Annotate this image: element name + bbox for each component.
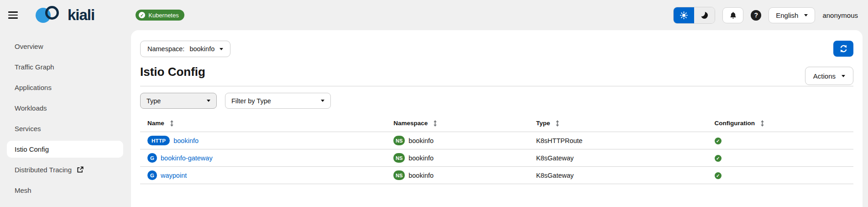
sidebar-item-services[interactable]: Services (0, 118, 131, 139)
kubernetes-badge: ✓ Kubernetes (136, 10, 184, 21)
notifications-button[interactable] (722, 7, 743, 23)
sidebar-item-label: Services (15, 125, 41, 133)
sidebar-item-istio-config[interactable]: Istio Config (0, 139, 131, 159)
gateway-badge: G (147, 170, 157, 180)
sort-icon[interactable] (433, 120, 437, 127)
caret-down-icon (321, 100, 324, 102)
column-header-type[interactable]: Type (529, 115, 707, 132)
moon-icon (701, 12, 708, 19)
external-link-icon (77, 166, 84, 173)
type-cell-value: K8sHTTPRoute (536, 137, 583, 144)
menu-toggle-button[interactable] (8, 8, 22, 22)
language-dropdown[interactable]: English (769, 7, 815, 23)
refresh-button[interactable] (833, 41, 853, 57)
logo-circle-ring (45, 6, 59, 20)
column-header-label: Type (536, 120, 550, 127)
filter-category-label: Type (146, 97, 161, 105)
filter-category-dropdown[interactable]: Type (140, 93, 217, 109)
refresh-icon (840, 45, 847, 53)
column-header-label: Configuration (715, 120, 755, 127)
dark-theme-button[interactable] (694, 7, 715, 23)
caret-down-icon (804, 14, 808, 16)
sort-icon[interactable] (170, 120, 174, 127)
column-header-label: Namespace (393, 120, 428, 127)
column-header-namespace[interactable]: Namespace (386, 115, 529, 132)
namespace-cell-value: bookinfo (408, 137, 434, 144)
sidebar-item-distributed-tracing[interactable]: Distributed Tracing (0, 159, 131, 180)
sidebar-item-label: Distributed Tracing (15, 166, 72, 174)
kiali-logo-text: kiali (68, 6, 94, 24)
caret-down-icon (207, 100, 210, 102)
namespace-label: Namespace: (147, 45, 184, 53)
valid-config-icon: ✓ (715, 138, 722, 144)
content-card: Namespace: bookinfo Istio Config Actions… (131, 30, 863, 207)
table-row: G bookinfo-gateway NS bookinfo K8sGatewa… (140, 149, 853, 167)
sidebar-item-label: Workloads (15, 104, 47, 112)
actions-dropdown[interactable]: Actions (805, 67, 853, 85)
sidebar-item-label: Overview (15, 42, 43, 50)
filter-toolbar: Type Filter by Type (140, 93, 853, 109)
valid-config-icon: ✓ (715, 155, 722, 162)
type-cell-value: K8sGateway (536, 172, 574, 179)
theme-toggle (673, 7, 715, 24)
column-header-name[interactable]: Name (140, 115, 386, 132)
config-link[interactable]: bookinfo-gateway (161, 154, 213, 162)
sort-icon[interactable] (760, 120, 764, 127)
namespace-badge: NS (393, 136, 405, 145)
caret-down-icon (220, 48, 223, 50)
filter-by-type-label: Filter by Type (231, 97, 271, 105)
help-button[interactable]: ? (751, 10, 761, 21)
sidebar-item-applications[interactable]: Applications (0, 77, 131, 98)
filter-by-type-dropdown[interactable]: Filter by Type (225, 93, 331, 109)
istio-config-table: Name Namespace (140, 115, 853, 184)
type-cell-value: K8sGateway (536, 154, 574, 162)
kubernetes-badge-label: Kubernetes (148, 12, 179, 19)
namespace-badge: NS (393, 170, 405, 180)
sidebar-nav: Overview Traffic Graph Applications Work… (0, 30, 131, 207)
light-theme-button[interactable] (674, 7, 694, 23)
namespace-cell-value: bookinfo (408, 154, 434, 162)
page-title: Istio Config (140, 65, 853, 79)
table-row: G waypoint NS bookinfo K8sGateway ✓ (140, 167, 853, 184)
language-label: English (776, 11, 798, 19)
kiali-logo[interactable]: kiali (36, 6, 94, 24)
config-link[interactable]: bookinfo (173, 137, 199, 144)
namespace-cell-value: bookinfo (408, 172, 434, 179)
masthead: kiali ✓ Kubernetes (0, 0, 868, 30)
sidebar-item-traffic-graph[interactable]: Traffic Graph (0, 57, 131, 77)
sidebar-item-overview[interactable]: Overview (0, 36, 131, 57)
actions-label: Actions (813, 72, 836, 80)
namespace-value: bookinfo (189, 45, 214, 53)
sidebar-item-label: Istio Config (15, 145, 49, 153)
column-header-configuration[interactable]: Configuration (707, 115, 853, 132)
http-route-badge: HTTP (147, 136, 170, 145)
table-row: HTTP bookinfo NS bookinfo K8sHTTPRoute ✓ (140, 132, 853, 149)
help-icon: ? (754, 11, 758, 19)
namespace-dropdown[interactable]: Namespace: bookinfo (140, 41, 230, 57)
caret-down-icon (842, 75, 845, 77)
sidebar-item-label: Mesh (15, 186, 31, 194)
bell-icon (729, 11, 737, 19)
kiali-logo-icon (36, 6, 63, 24)
table-header-row: Name Namespace (140, 115, 853, 132)
namespace-badge: NS (393, 153, 405, 163)
sidebar-item-workloads[interactable]: Workloads (0, 98, 131, 118)
config-link[interactable]: waypoint (161, 172, 187, 179)
column-header-label: Name (147, 120, 164, 127)
sidebar-item-label: Traffic Graph (15, 63, 54, 71)
valid-config-icon: ✓ (715, 172, 722, 179)
sun-icon (680, 11, 688, 19)
gateway-badge: G (147, 153, 157, 163)
sort-icon[interactable] (555, 120, 559, 127)
masthead-right-controls: ? English anonymous (673, 7, 858, 24)
username[interactable]: anonymous (822, 11, 858, 19)
sidebar-item-mesh[interactable]: Mesh (0, 180, 131, 201)
sidebar-item-label: Applications (15, 84, 52, 91)
check-icon: ✓ (139, 12, 145, 18)
